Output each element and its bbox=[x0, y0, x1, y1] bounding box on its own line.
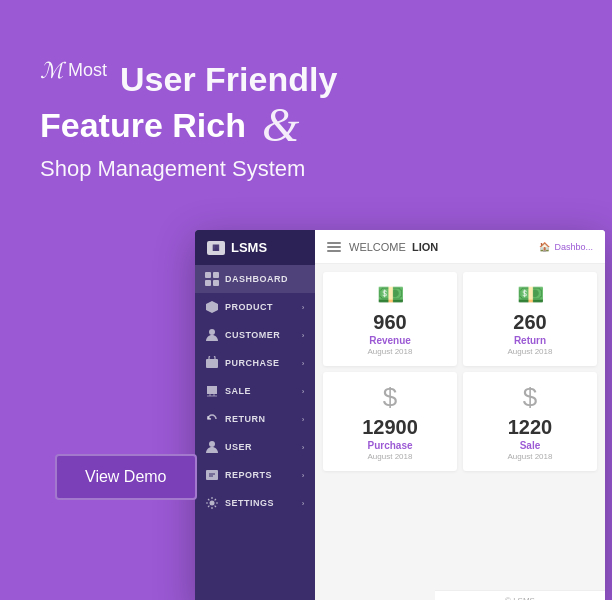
sale-chevron: › bbox=[302, 387, 305, 396]
hero-content: ℳ Most User Friendly Feature Rich & Shop… bbox=[40, 60, 337, 182]
svg-rect-3 bbox=[213, 280, 219, 286]
revenue-label: Revenue bbox=[369, 335, 411, 346]
hero-feature-rich: Feature Rich bbox=[40, 107, 246, 144]
sidebar-logo: ▦ LSMS bbox=[195, 230, 315, 265]
footer-copyright: © LSMS bbox=[505, 596, 535, 600]
hero-line2: Feature Rich & bbox=[40, 99, 337, 152]
topbar-right: 🏠 Dashbo... bbox=[539, 242, 593, 252]
view-demo-button[interactable]: View Demo bbox=[55, 454, 197, 500]
svg-rect-5 bbox=[206, 359, 218, 368]
sidebar-purchase-label: PURCHASE bbox=[225, 358, 280, 368]
dashboard-link[interactable]: Dashbo... bbox=[554, 242, 593, 252]
topbar: WELCOME LION 🏠 Dashbo... bbox=[315, 230, 605, 264]
svg-point-4 bbox=[209, 329, 215, 335]
welcome-text: WELCOME LION bbox=[349, 241, 438, 253]
sidebar-return-label: RETURN bbox=[225, 414, 266, 424]
sidebar-reports-label: REPORTS bbox=[225, 470, 272, 480]
return-date: August 2018 bbox=[508, 347, 553, 356]
purchase-number: 12900 bbox=[362, 417, 418, 437]
logo-text: LSMS bbox=[231, 240, 267, 255]
dashboard-mockup: ▦ LSMS DASHBOARD PRODUCT › bbox=[195, 230, 605, 600]
sidebar-item-sale[interactable]: SALE › bbox=[195, 377, 315, 405]
revenue-icon: 💵 bbox=[377, 282, 404, 308]
welcome-prefix: WELCOME bbox=[349, 241, 406, 253]
topbar-left: WELCOME LION bbox=[327, 241, 438, 253]
purchase-icon: $ bbox=[383, 382, 397, 413]
sidebar-item-dashboard[interactable]: DASHBOARD bbox=[195, 265, 315, 293]
sidebar-item-reports[interactable]: REPORTS › bbox=[195, 461, 315, 489]
return-icon: 💵 bbox=[517, 282, 544, 308]
hero-most-text: Most bbox=[68, 60, 107, 81]
svg-point-6 bbox=[209, 441, 215, 447]
main-content: WELCOME LION 🏠 Dashbo... 💵 960 Revenue A… bbox=[315, 230, 605, 600]
ampersand-icon: & bbox=[262, 99, 299, 152]
sidebar-sale-label: SALE bbox=[225, 386, 251, 396]
sidebar-user-label: USER bbox=[225, 442, 252, 452]
sale-number: 1220 bbox=[508, 417, 553, 437]
mockup-footer: © LSMS bbox=[435, 590, 605, 600]
mockup-sidebar: ▦ LSMS DASHBOARD PRODUCT › bbox=[195, 230, 315, 600]
stats-grid: 💵 960 Revenue August 2018 💵 260 Return A… bbox=[315, 264, 605, 479]
sidebar-item-product[interactable]: PRODUCT › bbox=[195, 293, 315, 321]
svg-rect-7 bbox=[206, 470, 218, 480]
sidebar-settings-label: SETTINGS bbox=[225, 498, 274, 508]
product-chevron: › bbox=[302, 303, 305, 312]
sale-icon: $ bbox=[523, 382, 537, 413]
customer-chevron: › bbox=[302, 331, 305, 340]
sidebar-item-user[interactable]: USER › bbox=[195, 433, 315, 461]
sidebar-item-customer[interactable]: CUSTOMER › bbox=[195, 321, 315, 349]
logo-icon: ▦ bbox=[207, 241, 225, 255]
sidebar-item-purchase[interactable]: PURCHASE › bbox=[195, 349, 315, 377]
svg-rect-1 bbox=[213, 272, 219, 278]
sidebar-item-return[interactable]: RETURN › bbox=[195, 405, 315, 433]
hero-subtitle: Shop Management System bbox=[40, 156, 337, 182]
reports-chevron: › bbox=[302, 471, 305, 480]
purchase-chevron: › bbox=[302, 359, 305, 368]
stat-card-sale: $ 1220 Sale August 2018 bbox=[463, 372, 597, 471]
user-chevron: › bbox=[302, 443, 305, 452]
script-m: ℳ bbox=[40, 60, 64, 82]
hero-most-line: ℳ Most User Friendly bbox=[40, 60, 337, 99]
stat-card-purchase: $ 12900 Purchase August 2018 bbox=[323, 372, 457, 471]
hamburger-icon[interactable] bbox=[327, 242, 341, 252]
stat-card-return: 💵 260 Return August 2018 bbox=[463, 272, 597, 366]
return-chevron: › bbox=[302, 415, 305, 424]
revenue-number: 960 bbox=[373, 312, 406, 332]
sale-label: Sale bbox=[520, 440, 541, 451]
revenue-date: August 2018 bbox=[368, 347, 413, 356]
welcome-name: LION bbox=[412, 241, 438, 253]
svg-point-8 bbox=[210, 501, 215, 506]
return-label: Return bbox=[514, 335, 546, 346]
purchase-label: Purchase bbox=[367, 440, 412, 451]
home-icon: 🏠 bbox=[539, 242, 550, 252]
sale-date: August 2018 bbox=[508, 452, 553, 461]
sidebar-product-label: PRODUCT bbox=[225, 302, 273, 312]
purchase-date: August 2018 bbox=[368, 452, 413, 461]
stat-card-revenue: 💵 960 Revenue August 2018 bbox=[323, 272, 457, 366]
svg-rect-2 bbox=[205, 280, 211, 286]
hero-title-line1: User Friendly bbox=[120, 60, 337, 99]
settings-chevron: › bbox=[302, 499, 305, 508]
return-number: 260 bbox=[513, 312, 546, 332]
sidebar-dashboard-label: DASHBOARD bbox=[225, 274, 288, 284]
sidebar-customer-label: CUSTOMER bbox=[225, 330, 280, 340]
sidebar-item-settings[interactable]: SETTINGS › bbox=[195, 489, 315, 517]
svg-rect-0 bbox=[205, 272, 211, 278]
